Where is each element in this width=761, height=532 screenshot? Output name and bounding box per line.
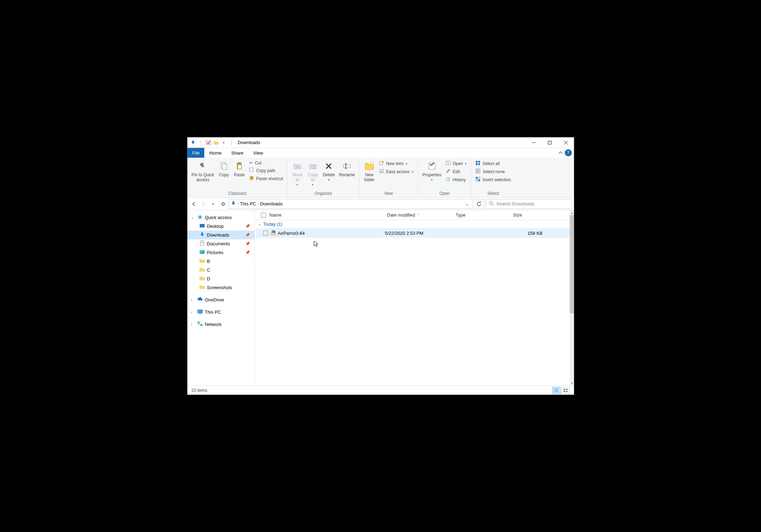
sidebar-item-desktop[interactable]: Desktop📌 [187,222,254,231]
column-header-type[interactable]: Type [453,212,510,218]
file-checkbox[interactable] [263,231,268,236]
folder-icon [199,275,205,282]
sidebar-item-network[interactable]: › Network [187,320,254,329]
chevron-right-icon[interactable]: › [191,298,195,302]
invert-selection-button[interactable]: Invert selection [474,176,512,183]
scroll-down-icon[interactable]: ▾ [570,381,574,386]
maximize-button[interactable] [542,137,558,148]
svg-point-19 [371,162,373,165]
chevron-down-icon[interactable]: ⌄ [191,216,195,219]
chevron-right-icon[interactable]: › [258,202,259,206]
folder-icon[interactable] [213,140,219,145]
svg-rect-56 [563,389,565,390]
copy-button[interactable]: Copy [216,159,232,179]
scroll-up-icon[interactable]: ▴ [570,210,574,215]
copy-path-button[interactable]: Copy path [248,167,284,174]
breadcrumb-downloads[interactable]: Downloads [260,201,282,206]
help-icon[interactable]: ? [565,149,572,156]
sidebar-item-pictures[interactable]: Pictures📌 [187,248,254,257]
down-arrow-icon[interactable] [190,140,196,145]
recent-dropdown[interactable]: ▾ [209,200,218,208]
tab-view[interactable]: View [248,148,268,158]
copy-to-button[interactable]: Copy to▾ [305,159,321,188]
delete-icon [323,161,334,172]
paste-shortcut-button[interactable]: Paste shortcut [248,175,284,182]
back-button[interactable] [190,200,198,208]
chevron-right-icon[interactable]: › [191,310,195,314]
close-button[interactable] [558,137,574,148]
sidebar-item-d[interactable]: D [187,274,254,283]
move-to-button[interactable]: Move to▾ [290,159,305,188]
column-header-name[interactable]: Name [255,212,384,218]
history-icon [446,177,451,183]
properties-check-icon[interactable] [206,140,211,145]
group-header-today[interactable]: ⌄ Today (1) [255,220,574,228]
tab-file[interactable]: File [187,148,205,158]
properties-button[interactable]: Properties▾ [420,159,444,183]
file-size: 158 KB [511,231,546,236]
pin-icon: 📌 [245,233,252,237]
new-item-button[interactable]: New item ▾ [378,160,415,167]
column-header-date[interactable]: ⌄ Date modified [384,212,453,218]
file-row[interactable]: AirParrot3-64 5/22/2020 2:53 PM 158 KB [256,228,571,238]
history-button[interactable]: History [444,176,468,183]
sidebar-item-onedrive[interactable]: › OneDrive [187,295,254,304]
new-folder-button[interactable]: New folder [362,159,377,184]
breadcrumb-dropdown[interactable]: ⌄ [463,201,471,206]
refresh-button[interactable] [474,199,484,209]
open-button[interactable]: Open ▾ [444,160,468,167]
details-view-button[interactable] [552,387,561,394]
pin-label: Pin to Quick access [192,172,214,182]
chevron-down-icon[interactable]: ⌄ [258,222,261,226]
thumbnails-view-button[interactable] [561,387,570,394]
rename-button[interactable]: Rename [337,159,357,179]
cut-button[interactable]: ✂Cut [248,160,284,166]
select-none-button[interactable]: Select none [474,168,512,175]
scrollbar-thumb[interactable] [570,215,574,313]
breadcrumb-this-pc[interactable]: This PC [240,201,256,206]
collapse-ribbon-icon[interactable] [556,148,565,158]
pc-icon [197,309,203,315]
pictures-icon [199,249,205,256]
tab-home[interactable]: Home [204,148,226,158]
ribbon-group-open: Properties▾ Open ▾ Edit History Open [418,158,471,197]
edit-button[interactable]: Edit [444,168,468,175]
mouse-cursor [314,241,319,248]
tab-share[interactable]: Share [226,148,248,158]
folder-icon [199,267,205,273]
sidebar-item-documents[interactable]: Documents📌 [187,239,254,248]
sidebar-item-b[interactable]: B [187,257,254,266]
breadcrumb[interactable]: › This PC › Downloads ⌄ [229,199,473,209]
chevron-right-icon[interactable]: › [191,322,195,326]
invert-icon [475,177,480,183]
svg-point-21 [382,161,384,163]
installer-icon [270,230,276,236]
sidebar-item-downloads[interactable]: Downloads📌 [187,231,254,239]
new-folder-icon [364,161,375,172]
column-header-size[interactable]: Size [510,212,548,218]
chevron-right-icon[interactable]: › [238,202,239,206]
organize-group-label: Organize [288,191,359,197]
qat-dropdown-icon[interactable]: ▾ [221,140,227,145]
sidebar-item-this-pc[interactable]: › This PC [187,308,254,316]
easy-access-button[interactable]: Easy access ▾ [378,168,415,175]
sidebar-item-c[interactable]: C [187,266,254,274]
vertical-scrollbar[interactable]: ▴ ▾ [570,210,574,386]
search-input[interactable]: Search Downloads [486,199,572,209]
pin-icon: 📌 [245,224,252,229]
window-title: Downloads [238,140,260,145]
paste-button[interactable]: Paste [232,159,247,179]
sidebar-item-screenshots[interactable]: Screenshots [187,283,254,292]
select-all-checkbox[interactable] [261,213,266,218]
up-button[interactable] [219,200,227,208]
minimize-button[interactable] [526,137,542,148]
delete-button[interactable]: Delete▾ [321,159,337,183]
forward-button[interactable] [199,200,208,208]
navigation-pane[interactable]: ⌄ Quick access Desktop📌 Downloads📌 Docum… [187,210,255,386]
sidebar-item-quick-access[interactable]: ⌄ Quick access [187,213,254,222]
pin-to-quick-access-button[interactable]: Pin to Quick access [190,159,217,184]
select-all-button[interactable]: Select all [474,160,512,167]
svg-rect-8 [238,162,241,164]
status-bar: 22 items [187,386,574,395]
svg-rect-36 [478,177,480,179]
